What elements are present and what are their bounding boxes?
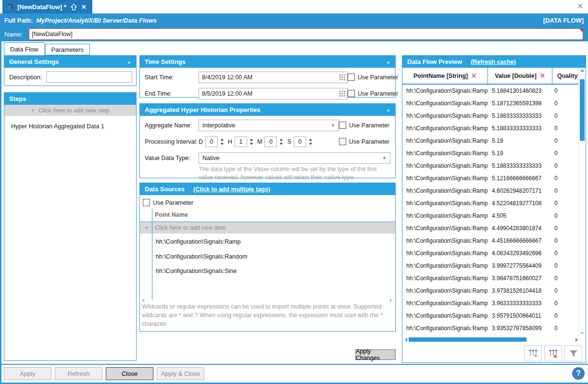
scroll-left-icon[interactable] [405,338,407,342]
interval-hours-input[interactable] [235,136,247,147]
table-row[interactable]: hh:\Configuration\Signals:Ramp4.45166666… [402,235,579,247]
value-data-type-select[interactable]: Native ▼ [199,152,390,164]
cell-value: 4.45166666666667 [492,235,551,247]
tag-browse-icon[interactable] [339,74,345,82]
table-row[interactable]: hh:\Configuration\Signals:Ramp3.99972775… [402,260,579,272]
cell-pointname: hh:\Configuration\Signals:Ramp [406,147,490,160]
scroll-down-icon[interactable] [580,332,584,334]
table-row[interactable]: hh:\Configuration\Signals:Ramp5.18833333… [402,160,579,172]
table-row[interactable]: hh:\Configuration\Signals:Ramp4.06343293… [402,247,579,260]
description-input[interactable] [46,71,132,83]
spinner-arrows[interactable] [221,138,224,145]
list-item[interactable]: hh:\Configuration\Signals:Random [140,249,395,264]
table-row[interactable]: hh:\Configuration\Signals:Ramp3.96333333… [402,297,579,310]
footer-buttons: Apply Refresh Close Apply & Close [4,367,204,380]
table-row[interactable]: hh:\Configuration\Signals:Ramp3.95791500… [402,310,579,322]
cell-value: 3.98478751660027 [492,272,551,285]
add-step-row[interactable]: + Click here to add new step [4,105,136,116]
table-row[interactable]: hh:\Configuration\Signals:Ramp5.18712365… [402,97,579,110]
aggregate-name-select[interactable]: Interpolative ▼ [199,120,339,131]
start-time-label: Start Time: [145,74,199,81]
table-row[interactable]: hh:\Configuration\Signals:Ramp5.18833333… [402,122,579,135]
time-settings-header[interactable]: Time Settings ▲ [140,56,395,68]
add-column-button[interactable] [524,346,542,361]
table-row[interactable]: hh:\Configuration\Signals:Ramp5.18833333… [402,110,579,122]
table-row[interactable]: hh:\Configuration\Signals:Ramp3.93532797… [402,322,579,334]
scroll-right-icon[interactable] [575,338,578,342]
table-row[interactable]: hh:\Configuration\Signals:Ramp4.5050 [402,210,579,222]
help-icon[interactable]: ? [572,367,585,380]
dataflow-icon [6,3,13,11]
horizontal-scrollbar[interactable] [402,337,579,343]
table-row[interactable]: hh:\Configuration\Signals:Ramp4.60262948… [402,185,579,197]
scrollbar-thumb[interactable] [580,79,585,141]
table-row[interactable]: hh:\Configuration\Signals:Ramp4.49904283… [402,222,579,235]
data-source-items: hh:\Configuration\Signals:Ramphh:\Config… [140,235,395,279]
add-multiple-tags-link[interactable]: (Click to add multiple tags) [193,186,270,193]
vertical-scrollbar[interactable] [578,68,586,336]
remove-column-icon[interactable]: ✕ [540,72,545,79]
column-pointname[interactable]: PointName [String] ✕ [402,68,488,84]
apply-changes-button[interactable]: Apply Changes [355,349,396,360]
collapse-arrow-icon[interactable]: ▲ [386,60,390,64]
scroll-right-icon[interactable] [390,298,392,302]
column-separator [488,68,488,84]
filter-button[interactable] [564,346,582,361]
tag-browse-icon[interactable] [339,91,345,98]
close-button[interactable]: Close [106,367,153,380]
table-row[interactable]: hh:\Configuration\Signals:Ramp5.12166666… [402,172,579,185]
use-parameter-checkbox[interactable] [339,122,346,129]
scroll-left-icon[interactable] [142,298,144,302]
table-row[interactable]: hh:\Configuration\Signals:Ramp4.52204819… [402,197,579,210]
list-item[interactable]: Hyper Historian Aggregated Data 1 [4,119,136,134]
end-time-label: End Time: [145,90,199,97]
add-item-row[interactable]: + Click here to add new item [140,222,395,234]
apply-and-close-button[interactable]: Apply & Close [157,367,204,380]
window-close-icon[interactable]: ✕ [577,2,583,10]
refresh-cache-link[interactable]: (Refresh cache) [471,59,516,65]
spinner-arrows[interactable] [309,138,312,145]
cell-value: 4.60262948207171 [492,185,551,197]
tab-parameters[interactable]: Parameters [45,44,90,55]
use-parameter-checkbox[interactable] [339,138,346,145]
interval-days-input[interactable] [205,136,218,147]
cell-quality: 0 [554,85,574,97]
list-item[interactable]: hh:\Configuration\Signals:Ramp [140,235,395,249]
refresh-button[interactable]: Refresh [55,367,102,380]
chevron-down-icon: ▼ [382,156,387,161]
tab-close-icon[interactable]: ✕ [81,3,87,11]
processing-interval-row: Processing Interval: D H M S Use Paramet… [140,135,395,149]
cell-pointname: hh:\Configuration\Signals:Ramp [406,197,490,210]
start-time-input[interactable] [199,72,348,83]
interval-minutes-input[interactable] [264,136,277,147]
general-settings-header[interactable]: General Settings ▲ [4,56,136,68]
table-row[interactable]: hh:\Configuration\Signals:Ramp3.98478751… [402,272,579,285]
hh-properties-header[interactable]: Aggregated Hyper Historian Properties ▲ [140,104,395,116]
document-tab[interactable]: [NewDataFlow] * ✕ [2,0,92,13]
table-row[interactable]: hh:\Configuration\Signals:Ramp5.190 [402,147,579,160]
column-value[interactable]: Value [Double] ✕ [488,68,552,84]
checkin-arrow-icon[interactable] [70,3,77,11]
table-row[interactable]: hh:\Configuration\Signals:Ramp5.190 [402,135,579,147]
spinner-arrows[interactable] [250,138,253,145]
scrollbar-thumb[interactable] [409,337,526,342]
list-item[interactable]: hh:\Configuration\Signals:Sine [140,264,395,279]
use-parameter-checkbox[interactable] [348,74,355,81]
name-input[interactable] [29,29,583,39]
table-row[interactable]: hh:\Configuration\Signals:Ramp3.97381526… [402,285,579,297]
cell-quality: 0 [554,247,574,260]
use-parameter-checkbox[interactable] [143,199,150,206]
remove-column-button[interactable] [544,346,562,361]
end-time-input[interactable] [199,88,348,99]
collapse-arrow-icon[interactable]: ▲ [386,108,390,112]
tab-data-flow[interactable]: Data Flow [4,42,45,55]
point-name-column-header[interactable]: Point Name [155,211,188,218]
table-row[interactable]: hh:\Configuration\Signals:Ramp5.18841301… [402,85,579,97]
scroll-up-icon[interactable] [580,69,584,72]
spinner-arrows[interactable] [280,138,283,145]
use-parameter-checkbox[interactable] [348,90,355,97]
interval-seconds-input[interactable] [294,136,306,147]
remove-column-icon[interactable]: ✕ [471,72,476,79]
collapse-arrow-icon[interactable]: ▲ [127,60,131,64]
apply-button[interactable]: Apply [4,367,51,380]
